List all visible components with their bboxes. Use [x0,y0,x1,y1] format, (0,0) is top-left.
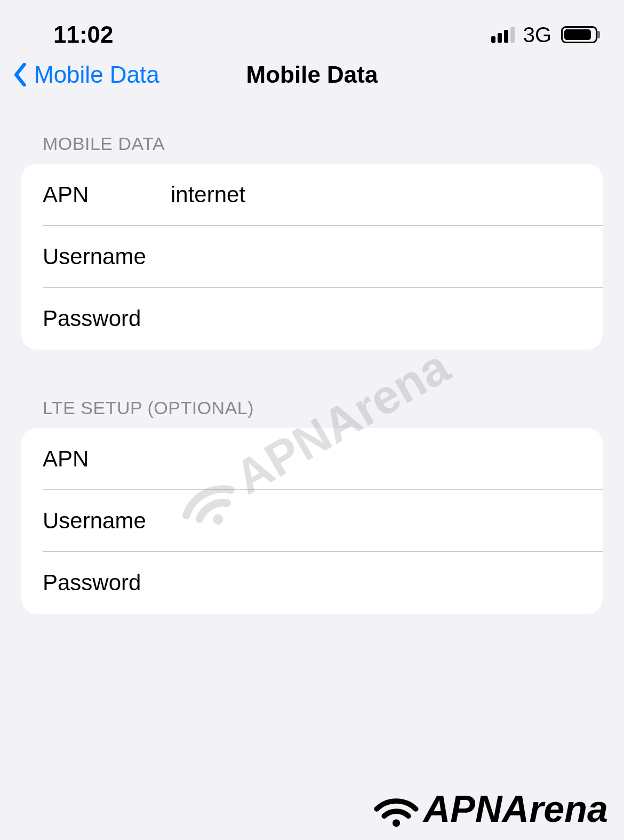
chevron-left-icon [13,63,28,86]
username-label: Username [43,244,171,270]
lte-group: APN Username Password [21,428,603,614]
lte-apn-label: APN [43,446,171,472]
lte-username-row[interactable]: Username [21,490,603,552]
navigation-bar: Mobile Data Mobile Data [0,59,624,96]
page-title: Mobile Data [246,61,378,88]
cellular-signal-icon [491,27,515,43]
password-label: Password [43,306,171,331]
username-input[interactable] [171,244,581,270]
battery-icon [561,26,597,43]
svg-point-1 [393,819,400,827]
network-type-label: 3G [523,23,551,47]
lte-username-input[interactable] [171,508,581,534]
status-time: 11:02 [53,21,114,48]
username-row[interactable]: Username [21,226,603,288]
status-bar: 11:02 3G [0,0,624,59]
apn-input[interactable] [171,182,581,208]
back-label: Mobile Data [34,61,159,88]
section-header-mobile-data: MOBILE DATA [21,133,603,164]
watermark-bottom: APNArena [372,788,608,830]
status-indicators: 3G [491,23,597,47]
apn-label: APN [43,182,171,208]
lte-apn-row[interactable]: APN [21,428,603,490]
content-area: MOBILE DATA APN Username Password LTE SE… [0,96,624,614]
back-button[interactable]: Mobile Data [13,61,159,88]
password-row[interactable]: Password [21,288,603,350]
apn-row[interactable]: APN [21,164,603,226]
password-input[interactable] [171,306,581,331]
wifi-icon [372,790,420,828]
lte-apn-input[interactable] [171,446,581,472]
lte-username-label: Username [43,508,171,534]
mobile-data-group: APN Username Password [21,164,603,350]
lte-password-row[interactable]: Password [21,552,603,614]
lte-password-label: Password [43,570,171,596]
lte-password-input[interactable] [171,570,581,596]
section-header-lte: LTE SETUP (OPTIONAL) [21,398,603,428]
watermark-bottom-text: APNArena [423,788,608,830]
